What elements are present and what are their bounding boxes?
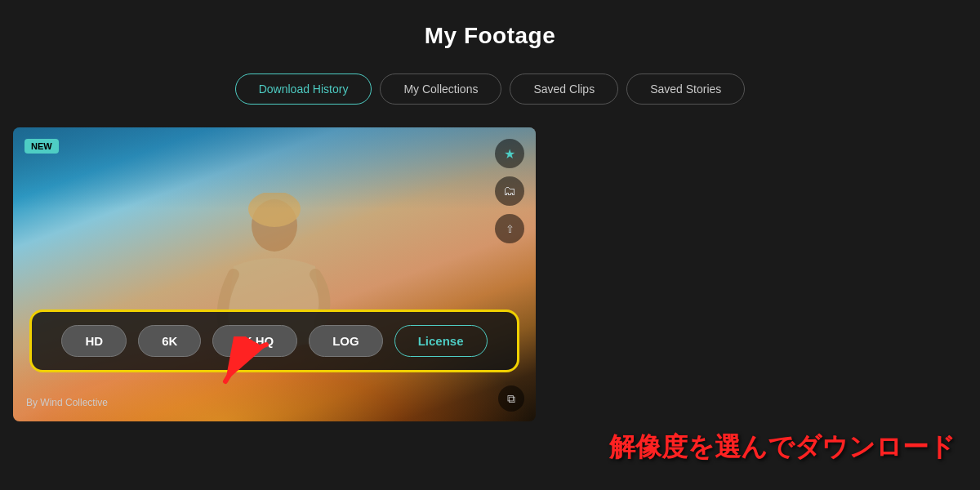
folder-button[interactable]: 🗂 bbox=[495, 176, 524, 206]
res-hd-button[interactable]: HD bbox=[61, 325, 127, 357]
res-6k-button[interactable]: 6K bbox=[138, 325, 201, 357]
res-log-button[interactable]: LOG bbox=[309, 325, 383, 357]
star-icon: ★ bbox=[504, 146, 515, 162]
copy-button[interactable]: ⧉ bbox=[498, 385, 524, 412]
tab-download-history[interactable]: Download History bbox=[235, 74, 372, 105]
tabs-container: Download History My Collections Saved Cl… bbox=[0, 74, 980, 105]
annotation-text: 解像度を選んでダウンロード bbox=[609, 430, 956, 466]
attribution: By Wind Collective bbox=[26, 397, 108, 408]
res-license-button[interactable]: License bbox=[394, 325, 488, 357]
tab-saved-clips[interactable]: Saved Clips bbox=[510, 74, 618, 105]
content-area: NEW ★ 🗂 ⇧ HD 6K 6K HQ LOG License bbox=[0, 127, 980, 421]
star-button[interactable]: ★ bbox=[495, 139, 524, 168]
tab-saved-stories[interactable]: Saved Stories bbox=[626, 74, 745, 105]
page-container: My Footage Download History My Collectio… bbox=[0, 0, 980, 490]
arrow-icon bbox=[201, 336, 299, 402]
copy-icon: ⧉ bbox=[507, 392, 515, 406]
tab-my-collections[interactable]: My Collections bbox=[380, 74, 501, 105]
arrow-container bbox=[201, 336, 299, 405]
page-title: My Footage bbox=[0, 23, 980, 49]
share-button[interactable]: ⇧ bbox=[495, 214, 524, 243]
video-card: NEW ★ 🗂 ⇧ HD 6K 6K HQ LOG License bbox=[13, 127, 536, 421]
header: My Footage bbox=[0, 0, 980, 49]
svg-point-1 bbox=[248, 193, 301, 227]
share-icon: ⇧ bbox=[506, 223, 514, 235]
new-badge: NEW bbox=[24, 139, 59, 154]
action-icons: ★ 🗂 ⇧ bbox=[495, 139, 524, 243]
folder-icon: 🗂 bbox=[503, 184, 516, 198]
